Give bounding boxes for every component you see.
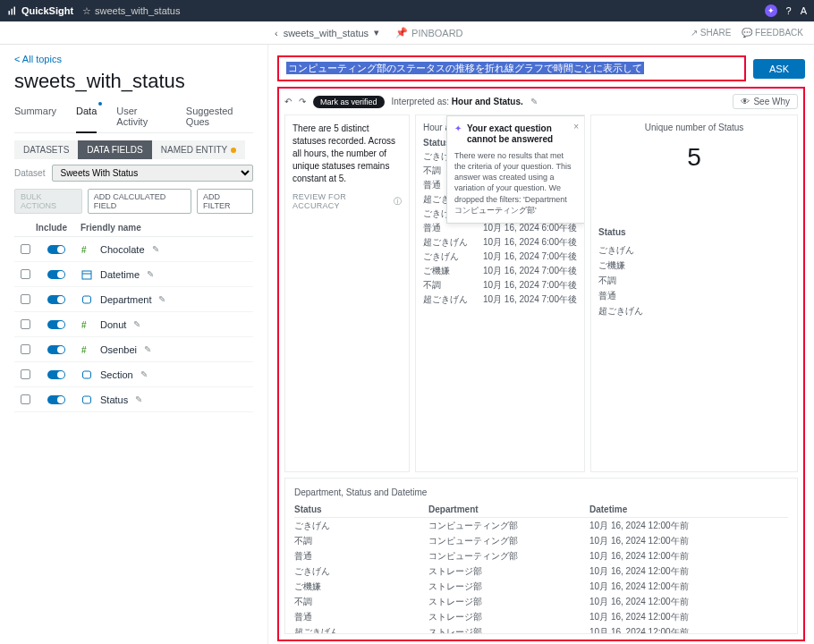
field-row: #Osenbei✎ (14, 337, 253, 362)
kpi-title: Unique number of Status (598, 123, 790, 132)
edit-icon[interactable]: ✎ (158, 294, 165, 304)
breadcrumb[interactable]: ‹ sweets_with_status ▾ (275, 27, 379, 38)
pinboard-button[interactable]: 📌 PINBOARD (395, 27, 462, 38)
svg-rect-1 (12, 9, 13, 15)
field-name: Section (100, 369, 133, 380)
ask-input[interactable]: コンピューティング部のステータスの推移を折れ線グラフで時間ごとに表示して (277, 55, 746, 81)
include-toggle[interactable] (47, 320, 65, 329)
field-checkbox[interactable] (21, 369, 30, 379)
table-row: ご機嫌10月 16, 2024 7:00午後 (423, 264, 577, 278)
see-why-button[interactable]: 👁See Why (733, 94, 798, 109)
table-row: 普通ストレージ部10月 16, 2024 12:00午前 (294, 609, 788, 624)
interpreted-as: Interpreted as: Hour and Status. (392, 97, 523, 106)
all-topics-link[interactable]: < All topics (14, 54, 62, 64)
detail-title: Department, Status and Datetime (294, 487, 788, 497)
include-toggle[interactable] (47, 345, 65, 354)
undo-icon[interactable]: ↶ (284, 97, 292, 106)
edit-icon[interactable]: ✎ (152, 244, 159, 254)
field-checkbox[interactable] (21, 319, 30, 329)
nav-tabs: Summary Data User Activity Suggested Que… (14, 100, 253, 133)
svg-rect-9 (83, 371, 91, 378)
table-row: 不調10月 16, 2024 7:00午後 (423, 278, 577, 292)
field-checkbox[interactable] (21, 244, 30, 254)
sparkle-icon: ✦ (454, 123, 462, 145)
user-avatar[interactable]: A (801, 5, 807, 16)
subtab-named-entity[interactable]: NAMED ENTITY (152, 140, 245, 159)
eye-icon: 👁 (741, 97, 750, 106)
field-row: #Donut✎ (14, 312, 253, 337)
summary-text: There are 5 distinct statuses recorded. … (293, 123, 402, 185)
sidebar: < All topics sweets_with_status Summary … (0, 45, 268, 644)
edit-icon[interactable]: ✎ (144, 344, 151, 354)
field-name: Chocolate (100, 244, 145, 255)
measure-icon: # (81, 318, 93, 331)
tab-data[interactable]: Data (76, 100, 97, 132)
table-row: 超ごきげん10月 16, 2024 7:00午後 (423, 292, 577, 307)
add-calculated-field-button[interactable]: ADD CALCULATED FIELD (88, 189, 191, 214)
table-row: ごきげん10月 16, 2024 7:00午後 (423, 250, 577, 264)
redo-icon[interactable]: ↷ (299, 97, 306, 106)
edit-icon[interactable]: ✎ (133, 319, 140, 329)
chevron-left-icon: ‹ (275, 28, 278, 38)
svg-rect-4 (82, 271, 91, 279)
include-toggle[interactable] (47, 395, 65, 404)
help-icon[interactable]: ? (786, 5, 792, 16)
dataset-select[interactable]: Sweets With Status (52, 165, 253, 182)
field-name: Datetime (100, 269, 140, 280)
table-row: ごきげんコンピューティング部10月 16, 2024 12:00午前 (294, 518, 788, 533)
brand[interactable]: QuickSight (7, 5, 73, 16)
dimension-icon (81, 293, 93, 306)
table-row: 超ごきげんストレージ部10月 16, 2024 12:00午前 (294, 624, 788, 634)
field-checkbox[interactable] (21, 344, 30, 354)
field-checkbox[interactable] (21, 394, 30, 404)
field-row: Section✎ (14, 362, 253, 387)
table-row: 超ごきげん10月 16, 2024 6:00午後 (423, 235, 577, 250)
tab-user-activity[interactable]: User Activity (116, 100, 166, 132)
feedback-button[interactable]: 💬 FEEDBACK (742, 28, 803, 38)
brand-label: QuickSight (21, 5, 73, 16)
include-toggle[interactable] (47, 370, 65, 379)
svg-rect-0 (9, 11, 11, 15)
ask-button[interactable]: ASK (753, 59, 805, 79)
topbar: QuickSight ☆ sweets_with_status ✦ ? A (0, 0, 814, 21)
quicksight-icon (7, 5, 18, 16)
tab-suggested[interactable]: Suggested Ques (186, 100, 253, 132)
popup-body: There were no results that met the crite… (454, 150, 577, 216)
include-toggle[interactable] (47, 245, 65, 254)
tab-summary[interactable]: Summary (14, 100, 56, 132)
chevron-down-icon: ▾ (374, 27, 379, 38)
info-icon: ⓘ (394, 196, 402, 208)
result-area: ↶ ↷ Mark as verified Interpreted as: Hou… (277, 87, 805, 641)
field-row: Department✎ (14, 287, 253, 312)
col-department: Department (428, 504, 589, 514)
toolbar: ‹ sweets_with_status ▾ 📌 PINBOARD ↗ SHAR… (0, 21, 814, 45)
subtab-datasets[interactable]: DATASETS (14, 140, 78, 159)
svg-rect-10 (83, 396, 91, 403)
field-row: Datetime✎ (14, 262, 253, 287)
edit-icon[interactable]: ✎ (530, 97, 538, 106)
kpi-panel: Unique number of Status 5 Status ごきげんご機嫌… (590, 114, 798, 472)
tab-name[interactable]: ☆ sweets_with_status (82, 5, 180, 17)
edit-icon[interactable]: ✎ (135, 394, 142, 404)
share-button[interactable]: ↗ SHARE (691, 28, 731, 38)
kpi-value: 5 (598, 143, 790, 172)
col-status: Status (294, 504, 428, 514)
measure-icon: # (81, 343, 93, 356)
mark-verified-button[interactable]: Mark as verified (313, 96, 385, 108)
edit-icon[interactable]: ✎ (147, 269, 154, 279)
col-include: Include (36, 223, 77, 233)
include-toggle[interactable] (47, 295, 65, 304)
field-checkbox[interactable] (21, 294, 30, 304)
field-checkbox[interactable] (21, 269, 30, 279)
edit-icon[interactable]: ✎ (140, 369, 148, 379)
dimension-icon (81, 394, 93, 406)
include-toggle[interactable] (47, 270, 65, 279)
field-name: Donut (100, 319, 126, 330)
dataset-label: Dataset (14, 168, 45, 178)
add-filter-button[interactable]: ADD FILTER (197, 189, 253, 214)
subtab-datafields[interactable]: DATA FIELDS (78, 140, 151, 159)
assistant-icon[interactable]: ✦ (765, 4, 777, 17)
popup-title: Your exact question cannot be answered (467, 123, 577, 145)
review-accuracy[interactable]: REVIEW FOR ACCURACYⓘ (293, 192, 402, 210)
close-icon[interactable]: × (573, 122, 579, 131)
